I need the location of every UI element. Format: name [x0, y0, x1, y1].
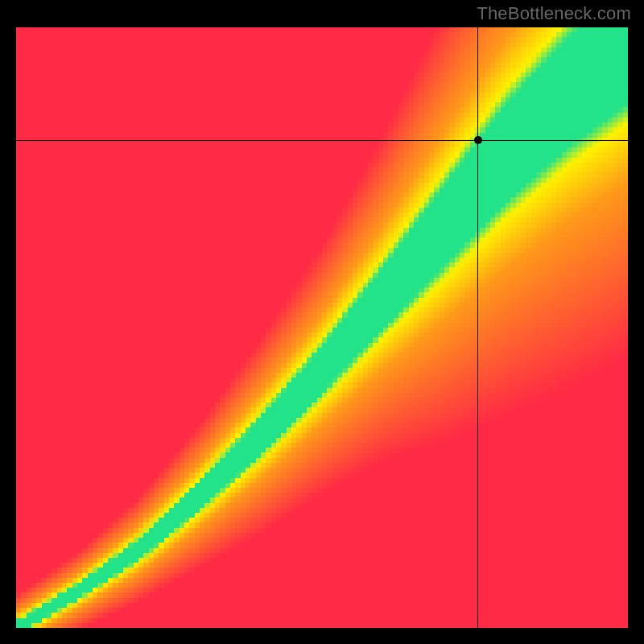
marker-dot: [474, 136, 482, 144]
bottleneck-heatmap: [16, 27, 628, 628]
crosshair-vertical: [477, 27, 478, 628]
figure: { "attribution": "TheBottleneck.com", "p…: [0, 0, 644, 644]
crosshair-horizontal: [16, 140, 628, 141]
attribution-label: TheBottleneck.com: [477, 3, 631, 24]
